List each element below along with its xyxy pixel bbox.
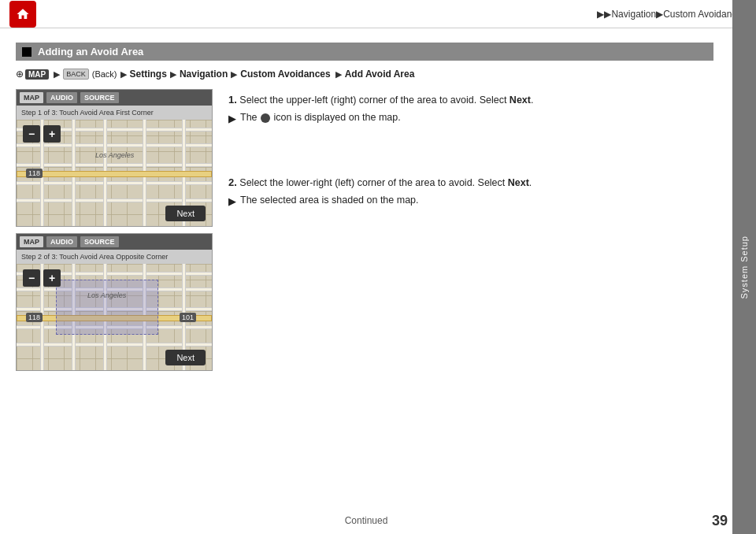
sidebar-label: System Setup (739, 235, 749, 299)
back-text: (Back) (92, 69, 117, 79)
sub-arrow-icon-1: ▶ (228, 112, 236, 127)
avoid-area-overlay (56, 280, 158, 335)
nav-icon: ⊕ (16, 69, 24, 80)
instruction-2-sub-text: The selected area is shaded on the map. (240, 193, 419, 208)
map-tab-bar-1: MAP AUDIO SOURCE (17, 90, 212, 106)
map-screenshot-2: MAP AUDIO SOURCE Step 2 of 3: Touch Avoi… (16, 233, 213, 371)
map-tab-source-2[interactable]: SOURCE (80, 236, 119, 247)
nav-arrow-5: ▶ (335, 69, 342, 80)
map-tab-audio-2[interactable]: AUDIO (46, 236, 77, 247)
instruction-block-1: 1. Select the upper-left (right) corner … (228, 92, 713, 128)
highway-badge-1: 118 (26, 169, 43, 178)
instruction-2-sub: ▶ The selected area is shaded on the map… (228, 193, 713, 210)
top-bar: ▶▶Navigation▶Custom Avoidances (0, 0, 756, 28)
map-controls-2: − + (23, 269, 61, 287)
city-label-2: Los Angeles (87, 291, 126, 299)
page-number: 39 (712, 513, 728, 529)
sub-arrow-icon-2: ▶ (228, 195, 236, 210)
nav-custom-avoidances: Custom Avoidances (240, 69, 330, 80)
next-button-2[interactable]: Next (165, 350, 206, 365)
breadcrumb: ▶▶Navigation▶Custom Avoidances (597, 9, 747, 20)
map-icon-label: MAP (25, 69, 49, 80)
zoom-out-btn-1[interactable]: − (23, 125, 40, 143)
city-label-1: Los Angeles (95, 151, 134, 159)
content-body: MAP AUDIO SOURCE Step 1 of 3: Touch Avoi… (16, 89, 713, 371)
instruction-block-2: 2. Select the lower-right (left) corner … (228, 175, 713, 210)
home-button[interactable] (9, 1, 36, 28)
map-step-bar-2: Step 2 of 3: Touch Avoid Area Opposite C… (17, 250, 212, 264)
nav-arrow-4: ▶ (231, 69, 237, 80)
nav-path: ⊕ MAP ▶ BACK (Back) ▶ Settings ▶ Navigat… (16, 69, 713, 80)
main-content: Adding an Avoid Area ⊕ MAP ▶ BACK (Back)… (0, 28, 732, 534)
section-header: Adding an Avoid Area (16, 43, 713, 61)
highway-badge-2: 118 (26, 313, 43, 322)
instruction-2-main: 2. Select the lower-right (left) corner … (228, 175, 713, 191)
next-button-1[interactable]: Next (165, 206, 206, 221)
map-pin-icon-1 (261, 113, 270, 123)
map-tab-source-1[interactable]: SOURCE (80, 92, 119, 103)
section-marker (22, 47, 32, 57)
nav-settings: Settings (130, 69, 167, 80)
map-tab-map-2[interactable]: MAP (20, 236, 43, 247)
map-step-bar-1: Step 1 of 3: Touch Avoid Area First Corn… (17, 106, 212, 120)
map-tab-bar-2: MAP AUDIO SOURCE (17, 234, 212, 250)
zoom-in-btn-2[interactable]: + (43, 269, 61, 287)
instructions-col: 1. Select the upper-left (right) corner … (228, 89, 713, 371)
nav-navigation: Navigation (180, 69, 228, 80)
next-bold-1: Next (510, 95, 531, 106)
screenshots-col: MAP AUDIO SOURCE Step 1 of 3: Touch Avoi… (16, 89, 213, 371)
instruction-1-sub: ▶ The icon is displayed on the map. (228, 110, 713, 127)
zoom-out-btn-2[interactable]: − (23, 269, 40, 287)
nav-arrow-3: ▶ (170, 69, 176, 80)
map-tab-audio-1[interactable]: AUDIO (46, 92, 77, 103)
instruction-1-main: 1. Select the upper-left (right) corner … (228, 92, 713, 108)
zoom-in-btn-1[interactable]: + (43, 125, 61, 143)
next-bold-2: Next (508, 177, 529, 188)
instruction-1-sub-text: The icon is displayed on the map. (240, 110, 401, 125)
section-title: Adding an Avoid Area (38, 46, 143, 57)
nav-arrow-1: ▶ (54, 69, 60, 80)
map-tab-map-1[interactable]: MAP (20, 92, 43, 103)
right-sidebar: System Setup (732, 0, 756, 534)
map-screenshot-1: MAP AUDIO SOURCE Step 1 of 3: Touch Avoi… (16, 89, 213, 227)
nav-arrow-2: ▶ (120, 69, 127, 80)
highway-badge-3: 101 (180, 313, 196, 322)
bottom-bar: Continued (0, 515, 732, 526)
step-num-1: 1. (228, 94, 237, 106)
back-icon-label: BACK (63, 69, 89, 80)
map-controls-1: − + (23, 125, 61, 143)
step-num-2: 2. (228, 176, 237, 188)
continued-label: Continued (345, 515, 388, 526)
nav-add-avoid-area: Add Avoid Area (345, 69, 415, 80)
